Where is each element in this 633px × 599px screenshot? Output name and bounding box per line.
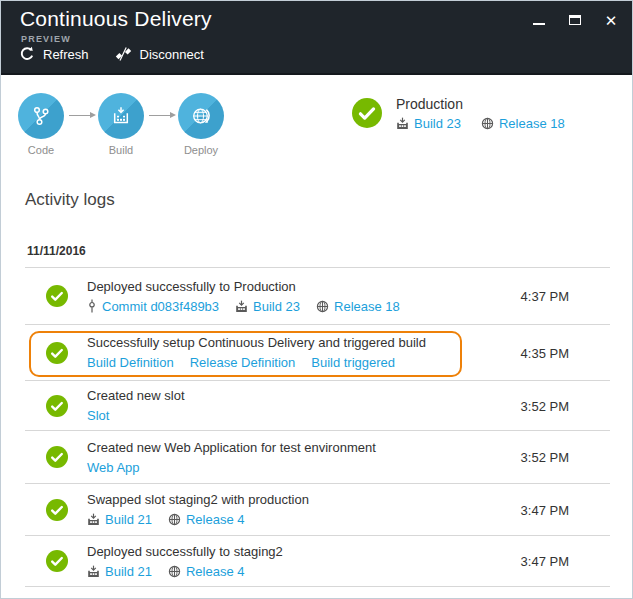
log-row-body: Successfully setup Continuous Delivery a…: [87, 335, 426, 370]
link-label: Build 21: [105, 564, 152, 579]
log-time: 3:52 PM: [521, 450, 569, 465]
link-label: Release 18: [334, 299, 400, 314]
log-row-body: Swapped slot staging2 with production Bu…: [87, 492, 309, 527]
link-label: Release 18: [499, 116, 565, 131]
log-time: 4:37 PM: [521, 289, 569, 304]
activity-log-list: Deployed successfully to Production Comm…: [25, 267, 610, 587]
globe-icon: [481, 117, 494, 130]
production-links: Build 23 Release 18: [396, 116, 565, 131]
log-row: Swapped slot staging2 with production Bu…: [25, 484, 610, 536]
close-button[interactable]: ✕: [600, 9, 622, 31]
log-links: Slot: [87, 408, 185, 423]
build-definition-link[interactable]: Build Definition: [87, 355, 174, 370]
commit-link[interactable]: Commit d083f489b3: [87, 299, 219, 314]
log-links: Build Definition Release Definition Buil…: [87, 355, 426, 370]
link-label: Release 4: [186, 512, 245, 527]
release-link[interactable]: Release 4: [168, 512, 245, 527]
log-title: Created new Web Application for test env…: [87, 440, 376, 456]
link-label: Build 23: [414, 116, 461, 131]
web-app-link[interactable]: Web App: [87, 460, 140, 475]
success-icon: [46, 446, 68, 468]
production-title: Production: [396, 96, 463, 112]
preview-badge: PREVIEW: [21, 34, 71, 44]
link-label: Commit d083f489b3: [102, 299, 219, 314]
build-box-icon: [110, 105, 132, 127]
log-row: Deployed successfully to staging2 Build …: [25, 536, 610, 587]
build-link[interactable]: Build 21: [87, 564, 152, 579]
success-icon: [46, 395, 68, 417]
pipeline-stage-deploy[interactable]: [178, 93, 224, 139]
globe-icon: [316, 300, 329, 313]
log-row: Created new slot Slot 3:52 PM: [25, 381, 610, 431]
stage-label-code: Code: [11, 144, 71, 156]
log-row-body: Deployed successfully to staging2 Build …: [87, 544, 283, 579]
release-link[interactable]: Release 18: [316, 299, 400, 314]
stage-label-deploy: Deploy: [171, 144, 231, 156]
refresh-icon: [19, 46, 35, 62]
link-label: Web App: [87, 460, 140, 475]
deploy-globe-icon: [190, 105, 212, 127]
build-icon: [87, 565, 100, 578]
close-icon: ✕: [605, 13, 618, 28]
release-link[interactable]: Release 4: [168, 564, 245, 579]
titlebar: Continuous Delivery PREVIEW ✕ Refresh: [1, 1, 632, 75]
refresh-button[interactable]: Refresh: [19, 46, 89, 62]
build-icon: [87, 513, 100, 526]
release-definition-link[interactable]: Release Definition: [190, 355, 296, 370]
globe-icon: [168, 513, 181, 526]
log-row-body: Created new slot Slot: [87, 388, 185, 423]
link-label: Release 4: [186, 564, 245, 579]
pipeline-arrow: [69, 115, 94, 116]
commit-icon: [87, 299, 97, 313]
production-success-icon: [352, 98, 382, 132]
log-row-body: Deployed successfully to Production Comm…: [87, 279, 400, 314]
activity-logs-heading: Activity logs: [25, 190, 115, 210]
link-label: Build 21: [105, 512, 152, 527]
link-label: Build Definition: [87, 355, 174, 370]
log-time: 3:47 PM: [521, 502, 569, 517]
stage-label-build: Build: [91, 144, 151, 156]
log-title: Swapped slot staging2 with production: [87, 492, 309, 508]
disconnect-label: Disconnect: [140, 47, 204, 62]
build-link[interactable]: Build 21: [87, 512, 152, 527]
log-links: Commit d083f489b3 Build 23 Release 18: [87, 299, 400, 314]
pipeline-stage-code[interactable]: [18, 93, 64, 139]
log-title: Successfully setup Continuous Delivery a…: [87, 335, 426, 351]
log-title: Deployed successfully to Production: [87, 279, 400, 295]
production-build-link[interactable]: Build 23: [396, 116, 461, 131]
maximize-icon: [569, 15, 581, 25]
log-links: Build 21 Release 4: [87, 564, 283, 579]
git-branch-icon: [30, 105, 52, 127]
window-title: Continuous Delivery: [20, 7, 212, 31]
continuous-delivery-blade: Continuous Delivery PREVIEW ✕ Refresh: [0, 0, 633, 599]
globe-icon: [168, 565, 181, 578]
log-time: 4:35 PM: [521, 345, 569, 360]
pipeline-arrow: [149, 115, 174, 116]
production-release-link[interactable]: Release 18: [481, 116, 565, 131]
log-links: Build 21 Release 4: [87, 512, 309, 527]
build-icon: [235, 300, 248, 313]
log-row: Deployed successfully to Production Comm…: [25, 268, 610, 325]
log-title: Created new slot: [87, 388, 185, 404]
command-bar: Refresh Disconnect: [19, 46, 204, 62]
log-links: Web App: [87, 460, 376, 475]
refresh-label: Refresh: [43, 47, 89, 62]
success-icon: [46, 499, 68, 521]
log-time: 3:52 PM: [521, 398, 569, 413]
log-row: Created new Web Application for test env…: [25, 431, 610, 484]
build-icon: [396, 117, 409, 130]
disconnect-button[interactable]: Disconnect: [115, 46, 204, 62]
log-row-highlighted: Successfully setup Continuous Delivery a…: [25, 325, 610, 381]
maximize-button[interactable]: [564, 9, 586, 31]
minimize-button[interactable]: [528, 9, 550, 31]
link-label: Build 23: [253, 299, 300, 314]
link-label: Release Definition: [190, 355, 296, 370]
pipeline-stage-build[interactable]: [98, 93, 144, 139]
activity-date: 11/11/2016: [27, 244, 86, 258]
success-icon: [46, 285, 68, 307]
link-label: Slot: [87, 408, 109, 423]
disconnect-icon: [115, 47, 132, 61]
build-triggered-link[interactable]: Build triggered: [311, 355, 395, 370]
build-link[interactable]: Build 23: [235, 299, 300, 314]
slot-link[interactable]: Slot: [87, 408, 109, 423]
